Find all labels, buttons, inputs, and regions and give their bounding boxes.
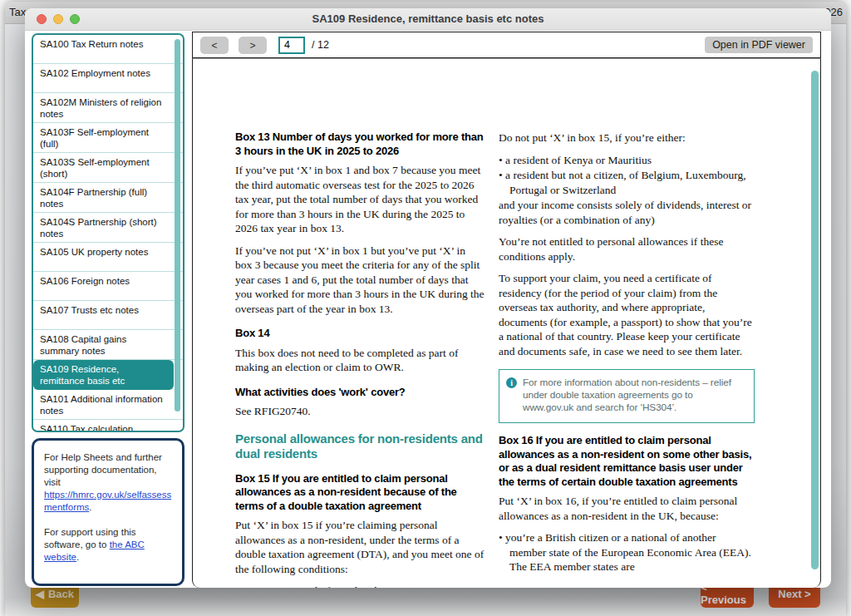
sidebar-item[interactable]: SA104F Partnership (full) notes xyxy=(33,183,183,213)
sidebar-item[interactable]: SA101 Additional information notes xyxy=(33,390,183,420)
bullet-item: • a resident but not a citizen, of Belgi… xyxy=(499,168,755,197)
window-titlebar: SA109 Residence, remittance basis etc no… xyxy=(25,8,831,31)
notes-viewer-window: SA109 Residence, remittance basis etc no… xyxy=(25,8,831,588)
help-paragraph-1: For Help Sheets and further supporting d… xyxy=(44,451,172,514)
bullet-item: • a resident of Kenya or Mauritius xyxy=(499,153,755,168)
sidebar-item[interactable]: SA103F Self-employment (full) xyxy=(33,123,183,153)
pdf-left-column: Box 13 Number of days you worked for mor… xyxy=(235,131,485,588)
sidebar-item[interactable]: SA110 Tax calculation xyxy=(33,420,183,432)
paragraph: Put ‘X’ in box 16, if you’re entitled to… xyxy=(499,494,755,523)
box-heading: Box 15 If you are entitled to claim pers… xyxy=(235,472,485,514)
back-arrow-icon: ◀ xyxy=(36,588,44,600)
info-box-text: For more information about non-residents… xyxy=(523,377,745,414)
section-heading: Personal allowances for non-residents an… xyxy=(235,431,485,461)
pdf-scrollbar[interactable] xyxy=(811,71,819,569)
sidebar-item[interactable]: SA102M Ministers of religion notes xyxy=(33,93,183,123)
paragraph: and your income consists solely of divid… xyxy=(499,198,755,227)
bullet-item: • you’re a British citizen or a national… xyxy=(499,530,755,574)
sidebar-item[interactable]: SA100 Tax Return notes xyxy=(33,35,183,64)
open-in-pdf-viewer-button[interactable]: Open in PDF viewer xyxy=(705,37,813,53)
help-text: . xyxy=(89,502,91,512)
help-box: For Help Sheets and further supporting d… xyxy=(32,438,184,586)
notes-list-scrollbar[interactable] xyxy=(175,39,180,411)
sidebar-item[interactable]: SA103S Self-employment (short) xyxy=(33,153,183,183)
help-text: . xyxy=(76,552,79,562)
info-box: iFor more information about non-resident… xyxy=(499,369,755,423)
pdf-viewer: Box 13 Number of days you worked for mor… xyxy=(192,58,821,588)
sidebar-item[interactable]: SA104S Partnership (short) notes xyxy=(33,213,183,243)
page-number-input[interactable] xyxy=(278,37,305,54)
box-heading: Box 14 xyxy=(235,327,485,341)
sidebar-item[interactable]: SA107 Trusts etc notes xyxy=(33,301,183,330)
pdf-right-column: Do not put ‘X’ in box 15, if you’re eith… xyxy=(499,131,755,588)
next-page-button[interactable]: > xyxy=(239,37,267,54)
paragraph: If you’ve not put ‘X’ in box 1 but you’v… xyxy=(235,244,485,317)
pdf-page: Box 13 Number of days you worked for mor… xyxy=(235,131,755,588)
box-heading: Box 16 If you are entitled to claim pers… xyxy=(499,434,755,489)
sidebar-item[interactable]: SA105 UK property notes xyxy=(33,243,183,272)
background-title-left-fragment: Tax xyxy=(9,6,26,18)
help-text: For Help Sheets and further supporting d… xyxy=(44,452,162,487)
paragraph: This box does not need to be completed a… xyxy=(235,346,485,375)
paragraph: You’re not entitled to personal allowanc… xyxy=(499,234,755,264)
box-heading: Box 13 Number of days you worked for mor… xyxy=(235,131,485,158)
paragraph: If you’ve put ‘X’ in box 1 and box 7 bec… xyxy=(235,163,485,236)
sidebar-item[interactable]: SA106 Foreign notes xyxy=(33,272,183,301)
info-icon: i xyxy=(506,377,517,388)
paragraph: Put ‘X’ in box 15 if you’re claiming per… xyxy=(235,518,485,576)
pdf-toolbar: < > / 12 Open in PDF viewer xyxy=(192,32,821,58)
help-paragraph-2: For support using this software, go to t… xyxy=(44,526,172,564)
bullet-item: • you’re a national of Israel and Jamaic… xyxy=(235,584,485,588)
paragraph: See RFIG20740. xyxy=(235,404,485,419)
back-button-label: Back xyxy=(48,588,74,600)
box-heading: What activities does 'work' cover? xyxy=(235,386,485,400)
hmrc-link[interactable]: https://hmrc.gov.uk/selfassessmentforms xyxy=(44,490,171,512)
window-title: SA109 Residence, remittance basis etc no… xyxy=(25,12,831,25)
sidebar-item[interactable]: SA102 Employment notes xyxy=(33,64,183,93)
paragraph: To support your claim, you need a certif… xyxy=(499,271,755,358)
sidebar-item[interactable]: SA108 Capital gains summary notes xyxy=(33,330,183,360)
paragraph: Do not put ‘X’ in box 15, if you’re eith… xyxy=(499,131,755,145)
page-total-label: / 12 xyxy=(312,39,329,51)
sidebar-item[interactable]: SA109 Residence, remittance basis etc xyxy=(33,360,174,390)
previous-page-button[interactable]: < xyxy=(200,37,229,54)
notes-list: SA100 Tax Return notesSA102 Employment n… xyxy=(32,33,184,432)
